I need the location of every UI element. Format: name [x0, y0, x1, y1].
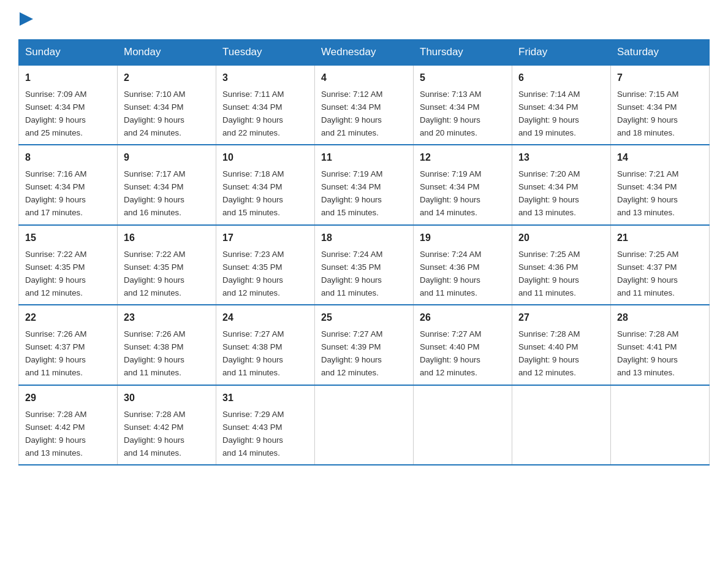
logo-arrow-icon: [20, 12, 33, 26]
day-number: 19: [420, 231, 506, 246]
day-info: Sunrise: 7:22 AMSunset: 4:35 PMDaylight:…: [124, 250, 185, 297]
week-row-3: 15 Sunrise: 7:22 AMSunset: 4:35 PMDaylig…: [19, 225, 710, 305]
day-number: 18: [321, 231, 407, 246]
weekday-header-row: SundayMondayTuesdayWednesdayThursdayFrid…: [19, 40, 710, 66]
day-info: Sunrise: 7:15 AMSunset: 4:34 PMDaylight:…: [617, 90, 678, 137]
week-row-5: 29 Sunrise: 7:28 AMSunset: 4:42 PMDaylig…: [19, 385, 710, 465]
calendar-cell: [512, 385, 611, 465]
calendar-cell: 29 Sunrise: 7:28 AMSunset: 4:42 PMDaylig…: [19, 385, 118, 465]
calendar-cell: 21 Sunrise: 7:25 AMSunset: 4:37 PMDaylig…: [611, 225, 710, 305]
calendar-cell: 11 Sunrise: 7:19 AMSunset: 4:34 PMDaylig…: [315, 145, 414, 224]
calendar-cell: 12 Sunrise: 7:19 AMSunset: 4:34 PMDaylig…: [414, 145, 512, 224]
day-info: Sunrise: 7:09 AMSunset: 4:34 PMDaylight:…: [25, 90, 86, 137]
day-number: 16: [124, 231, 210, 246]
weekday-header-saturday: Saturday: [611, 40, 710, 66]
day-info: Sunrise: 7:28 AMSunset: 4:40 PMDaylight:…: [518, 329, 580, 377]
day-number: 24: [222, 310, 308, 326]
day-info: Sunrise: 7:26 AMSunset: 4:38 PMDaylight:…: [124, 329, 185, 377]
day-info: Sunrise: 7:29 AMSunset: 4:43 PMDaylight:…: [222, 410, 284, 458]
calendar-cell: 25 Sunrise: 7:27 AMSunset: 4:39 PMDaylig…: [315, 305, 414, 385]
logo: [18, 12, 33, 28]
svg-marker-0: [20, 12, 33, 26]
weekday-header-monday: Monday: [118, 40, 216, 66]
day-info: Sunrise: 7:26 AMSunset: 4:37 PMDaylight:…: [25, 329, 86, 377]
day-info: Sunrise: 7:18 AMSunset: 4:34 PMDaylight:…: [222, 169, 284, 217]
day-info: Sunrise: 7:25 AMSunset: 4:37 PMDaylight:…: [617, 250, 678, 297]
calendar-cell: 1 Sunrise: 7:09 AMSunset: 4:34 PMDayligh…: [19, 65, 118, 145]
calendar-cell: 15 Sunrise: 7:22 AMSunset: 4:35 PMDaylig…: [19, 225, 118, 305]
day-number: 31: [222, 391, 308, 406]
week-row-2: 8 Sunrise: 7:16 AMSunset: 4:34 PMDayligh…: [19, 145, 710, 224]
calendar-cell: 13 Sunrise: 7:20 AMSunset: 4:34 PMDaylig…: [512, 145, 611, 224]
day-info: Sunrise: 7:16 AMSunset: 4:34 PMDaylight:…: [25, 169, 86, 217]
calendar-cell: 5 Sunrise: 7:13 AMSunset: 4:34 PMDayligh…: [414, 65, 512, 145]
day-number: 22: [25, 310, 111, 326]
day-number: 12: [420, 150, 506, 166]
weekday-header-sunday: Sunday: [19, 40, 118, 66]
day-number: 10: [222, 150, 308, 166]
day-info: Sunrise: 7:19 AMSunset: 4:34 PMDaylight:…: [420, 169, 481, 217]
day-info: Sunrise: 7:24 AMSunset: 4:36 PMDaylight:…: [420, 250, 481, 297]
day-info: Sunrise: 7:28 AMSunset: 4:42 PMDaylight:…: [124, 410, 185, 458]
day-info: Sunrise: 7:27 AMSunset: 4:38 PMDaylight:…: [222, 329, 284, 377]
calendar-cell: 27 Sunrise: 7:28 AMSunset: 4:40 PMDaylig…: [512, 305, 611, 385]
calendar-cell: 14 Sunrise: 7:21 AMSunset: 4:34 PMDaylig…: [611, 145, 710, 224]
day-number: 11: [321, 150, 407, 166]
day-number: 14: [617, 150, 703, 166]
day-number: 20: [518, 231, 604, 246]
calendar-cell: 7 Sunrise: 7:15 AMSunset: 4:34 PMDayligh…: [611, 65, 710, 145]
day-info: Sunrise: 7:22 AMSunset: 4:35 PMDaylight:…: [25, 250, 86, 297]
calendar-cell: 6 Sunrise: 7:14 AMSunset: 4:34 PMDayligh…: [512, 65, 611, 145]
day-number: 3: [222, 71, 308, 86]
calendar-cell: 30 Sunrise: 7:28 AMSunset: 4:42 PMDaylig…: [118, 385, 216, 465]
weekday-header-tuesday: Tuesday: [216, 40, 315, 66]
day-number: 23: [124, 310, 210, 326]
day-number: 30: [124, 391, 210, 406]
calendar-cell: 22 Sunrise: 7:26 AMSunset: 4:37 PMDaylig…: [19, 305, 118, 385]
calendar-cell: 26 Sunrise: 7:27 AMSunset: 4:40 PMDaylig…: [414, 305, 512, 385]
day-number: 9: [124, 150, 210, 166]
day-number: 1: [25, 71, 111, 86]
day-info: Sunrise: 7:27 AMSunset: 4:40 PMDaylight:…: [420, 329, 481, 377]
day-info: Sunrise: 7:20 AMSunset: 4:34 PMDaylight:…: [518, 169, 580, 217]
calendar-cell: 31 Sunrise: 7:29 AMSunset: 4:43 PMDaylig…: [216, 385, 315, 465]
page-header: [18, 12, 710, 28]
day-number: 4: [321, 71, 407, 86]
day-number: 6: [518, 71, 604, 86]
day-number: 7: [617, 71, 703, 86]
day-number: 29: [25, 391, 111, 406]
day-number: 28: [617, 310, 703, 326]
day-number: 5: [420, 71, 506, 86]
day-info: Sunrise: 7:23 AMSunset: 4:35 PMDaylight:…: [222, 250, 284, 297]
calendar-cell: 10 Sunrise: 7:18 AMSunset: 4:34 PMDaylig…: [216, 145, 315, 224]
day-info: Sunrise: 7:28 AMSunset: 4:41 PMDaylight:…: [617, 329, 678, 377]
day-number: 2: [124, 71, 210, 86]
week-row-4: 22 Sunrise: 7:26 AMSunset: 4:37 PMDaylig…: [19, 305, 710, 385]
day-info: Sunrise: 7:12 AMSunset: 4:34 PMDaylight:…: [321, 90, 382, 137]
calendar-cell: 18 Sunrise: 7:24 AMSunset: 4:35 PMDaylig…: [315, 225, 414, 305]
calendar-cell: 8 Sunrise: 7:16 AMSunset: 4:34 PMDayligh…: [19, 145, 118, 224]
day-info: Sunrise: 7:13 AMSunset: 4:34 PMDaylight:…: [420, 90, 481, 137]
calendar-cell: 2 Sunrise: 7:10 AMSunset: 4:34 PMDayligh…: [118, 65, 216, 145]
day-number: 21: [617, 231, 703, 246]
day-number: 27: [518, 310, 604, 326]
day-info: Sunrise: 7:25 AMSunset: 4:36 PMDaylight:…: [518, 250, 580, 297]
day-info: Sunrise: 7:28 AMSunset: 4:42 PMDaylight:…: [25, 410, 86, 458]
weekday-header-thursday: Thursday: [414, 40, 512, 66]
day-number: 13: [518, 150, 604, 166]
day-number: 15: [25, 231, 111, 246]
day-number: 26: [420, 310, 506, 326]
calendar-cell: 19 Sunrise: 7:24 AMSunset: 4:36 PMDaylig…: [414, 225, 512, 305]
weekday-header-wednesday: Wednesday: [315, 40, 414, 66]
day-info: Sunrise: 7:27 AMSunset: 4:39 PMDaylight:…: [321, 329, 382, 377]
calendar-cell: 9 Sunrise: 7:17 AMSunset: 4:34 PMDayligh…: [118, 145, 216, 224]
day-info: Sunrise: 7:10 AMSunset: 4:34 PMDaylight:…: [124, 90, 185, 137]
day-info: Sunrise: 7:24 AMSunset: 4:35 PMDaylight:…: [321, 250, 382, 297]
calendar-cell: [315, 385, 414, 465]
calendar-table: SundayMondayTuesdayWednesdayThursdayFrid…: [18, 39, 710, 465]
day-number: 25: [321, 310, 407, 326]
week-row-1: 1 Sunrise: 7:09 AMSunset: 4:34 PMDayligh…: [19, 65, 710, 145]
calendar-cell: 23 Sunrise: 7:26 AMSunset: 4:38 PMDaylig…: [118, 305, 216, 385]
weekday-header-friday: Friday: [512, 40, 611, 66]
calendar-cell: 20 Sunrise: 7:25 AMSunset: 4:36 PMDaylig…: [512, 225, 611, 305]
